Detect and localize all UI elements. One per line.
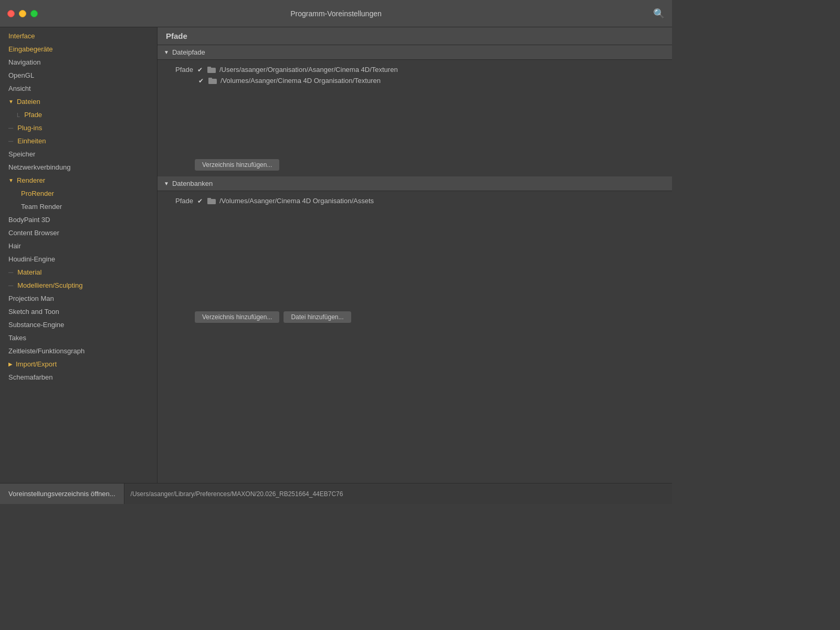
sidebar-item-label: Speicher xyxy=(8,150,35,158)
tree-arrow: ▶ xyxy=(8,361,13,367)
tree-arrow: ▼ xyxy=(8,177,14,183)
tree-dash: ─ xyxy=(8,281,13,289)
path-checkbox[interactable]: ✔ xyxy=(196,197,204,205)
add-directory-button-datenbanken[interactable]: Verzeichnis hinzufügen... xyxy=(194,311,280,323)
statusbar-path: /Users/asanger/Library/Preferences/MAXON… xyxy=(124,490,672,498)
sidebar-item-label: Material xyxy=(17,268,41,276)
sidebar-item-ansicht[interactable]: Ansicht xyxy=(0,82,157,95)
section-collapse-arrow: ▼ xyxy=(164,49,169,55)
section-header-dateipfade[interactable]: ▼Dateipfade xyxy=(158,45,672,60)
window-title: Programm-Voreinstellungen xyxy=(290,9,382,18)
pfade-label: Pfade xyxy=(162,197,193,205)
tree-arrow: ▼ xyxy=(8,99,14,104)
sidebar-item-label: Eingabegeräte xyxy=(8,45,53,53)
folder-icon xyxy=(208,77,217,85)
sidebar-item-prorender[interactable]: ProRender xyxy=(0,187,157,200)
sidebar-item-label: Renderer xyxy=(17,176,45,184)
sidebar-item-speicher[interactable]: Speicher xyxy=(0,148,157,161)
add-directory-button-dateipfade[interactable]: Verzeichnis hinzufügen... xyxy=(194,159,280,171)
tree-dash: ─ xyxy=(8,124,13,132)
folder-icon xyxy=(207,66,216,74)
sidebar-item-renderer[interactable]: ▼ Renderer xyxy=(0,174,157,187)
maximize-button[interactable] xyxy=(30,10,38,17)
open-preferences-dir-button[interactable]: Voreinstellungsverzeichnis öffnen... xyxy=(0,484,124,505)
path-row[interactable]: Pfade✔ /Volumes/Asanger/Cinema 4D Organi… xyxy=(158,195,672,206)
sidebar-item-label: Navigation xyxy=(8,58,40,66)
path-row[interactable]: Pfade✔ /Users/asanger/Organisation/Asang… xyxy=(158,64,672,75)
sidebar-item-label: Sketch and Toon xyxy=(8,308,59,316)
close-button[interactable] xyxy=(7,10,15,17)
section-dateipfade: ▼DateipfadePfade✔ /Users/asanger/Organis… xyxy=(158,45,672,176)
sidebar-item-plugins[interactable]: ─ Plug-ins xyxy=(0,121,157,134)
sidebar-item-dateien[interactable]: ▼ Dateien xyxy=(0,95,157,108)
sidebar-item-label: Modellieren/Sculpting xyxy=(17,281,82,289)
sidebar-item-label: Ansicht xyxy=(8,85,31,92)
tree-connector: L xyxy=(17,112,20,118)
titlebar: Programm-Voreinstellungen 🔍 xyxy=(0,0,672,27)
sidebar-item-navigation[interactable]: Navigation xyxy=(0,56,157,69)
sidebar-item-opengl[interactable]: OpenGL xyxy=(0,69,157,82)
path-text: /Users/asanger/Organisation/Asanger/Cine… xyxy=(219,66,398,74)
sidebar-item-zeitleiste[interactable]: Zeitleiste/Funktionsgraph xyxy=(0,344,157,358)
sidebar-item-pfade[interactable]: L Pfade xyxy=(0,108,157,121)
sidebar-item-netzwerk[interactable]: Netzwerkverbindung xyxy=(0,161,157,174)
sidebar-item-sketchandtoon[interactable]: Sketch and Toon xyxy=(0,305,157,318)
sidebar-item-label: Houdini-Engine xyxy=(8,255,55,263)
minimize-button[interactable] xyxy=(19,10,26,17)
sidebar-item-eingabegeraete[interactable]: Eingabegeräte xyxy=(0,43,157,56)
content-area: Pfade ▼DateipfadePfade✔ /Users/asanger/O… xyxy=(158,27,672,483)
sidebar-item-label: Substance-Engine xyxy=(8,321,64,329)
sidebar-item-houdini[interactable]: Houdini-Engine xyxy=(0,253,157,266)
section-datenbanken: ▼DatenbankenPfade✔ /Volumes/Asanger/Cine… xyxy=(158,176,672,329)
sidebar-item-label: BodyPaint 3D xyxy=(8,216,50,224)
section-collapse-arrow: ▼ xyxy=(164,181,169,186)
sidebar-item-label: Import/Export xyxy=(16,360,57,368)
sidebar-item-label: Netzwerkverbindung xyxy=(8,163,71,171)
sidebar-item-projectionman[interactable]: Projection Man xyxy=(0,292,157,305)
tree-dash: ─ xyxy=(8,137,13,145)
sidebar-item-modellieren[interactable]: ─ Modellieren/Sculpting xyxy=(0,279,157,292)
section-body-dateipfade: Pfade✔ /Users/asanger/Organisation/Asang… xyxy=(158,60,672,154)
sidebar-item-label: Plug-ins xyxy=(17,124,42,132)
section-header-datenbanken[interactable]: ▼Datenbanken xyxy=(158,176,672,191)
add-file-button-datenbanken[interactable]: Datei hinzufügen... xyxy=(283,311,351,323)
sidebar-item-label: Dateien xyxy=(17,98,40,106)
sidebar-item-importexport[interactable]: ▶ Import/Export xyxy=(0,358,157,371)
sidebar-item-label: Takes xyxy=(8,334,26,342)
sidebar-item-material[interactable]: ─ Material xyxy=(0,266,157,279)
path-row[interactable]: ✔ /Volumes/Asanger/Cinema 4D Organisatio… xyxy=(158,75,672,86)
content-header: Pfade xyxy=(158,27,672,45)
section-actions-datenbanken: Verzeichnis hinzufügen...Datei hinzufüge… xyxy=(158,307,672,329)
sidebar-item-label: OpenGL xyxy=(8,71,34,79)
sidebar-item-label: Schemafarben xyxy=(8,373,53,381)
window-controls xyxy=(7,10,38,17)
sidebar-item-teamrender[interactable]: Team Render xyxy=(0,200,157,213)
sidebar-item-interface[interactable]: Interface xyxy=(0,29,157,43)
path-text: /Volumes/Asanger/Cinema 4D Organisation/… xyxy=(219,197,374,205)
sidebar-item-takes[interactable]: Takes xyxy=(0,331,157,344)
sidebar-item-label: Zeitleiste/Funktionsgraph xyxy=(8,347,85,355)
sidebar-item-einheiten[interactable]: ─ Einheiten xyxy=(0,134,157,148)
sidebar-item-schemafarben[interactable]: Schemafarben xyxy=(0,371,157,384)
path-checkbox[interactable]: ✔ xyxy=(196,66,204,74)
sidebar-item-contentbrowser[interactable]: Content Browser xyxy=(0,226,157,239)
tree-dash: ─ xyxy=(8,268,13,276)
sidebar-item-label: Team Render xyxy=(21,203,62,211)
section-title: Dateipfade xyxy=(172,48,205,56)
sidebar-item-substanceengine[interactable]: Substance-Engine xyxy=(0,318,157,331)
section-actions-dateipfade: Verzeichnis hinzufügen... xyxy=(158,154,672,176)
path-checkbox[interactable]: ✔ xyxy=(197,77,205,85)
sidebar-item-label: Content Browser xyxy=(8,229,59,237)
svg-rect-3 xyxy=(208,78,212,80)
sidebar-item-label: Interface xyxy=(8,32,35,40)
sidebar-item-hair[interactable]: Hair xyxy=(0,239,157,253)
svg-rect-5 xyxy=(207,198,211,200)
statusbar: Voreinstellungsverzeichnis öffnen... /Us… xyxy=(0,483,672,504)
search-icon[interactable]: 🔍 xyxy=(653,8,665,19)
sidebar-item-bodypaint[interactable]: BodyPaint 3D xyxy=(0,213,157,226)
section-title: Datenbanken xyxy=(172,180,213,187)
svg-rect-1 xyxy=(207,67,211,69)
pfade-label: Pfade xyxy=(162,66,193,74)
section-body-datenbanken: Pfade✔ /Volumes/Asanger/Cinema 4D Organi… xyxy=(158,191,672,307)
sidebar-item-label: Projection Man xyxy=(8,295,54,302)
